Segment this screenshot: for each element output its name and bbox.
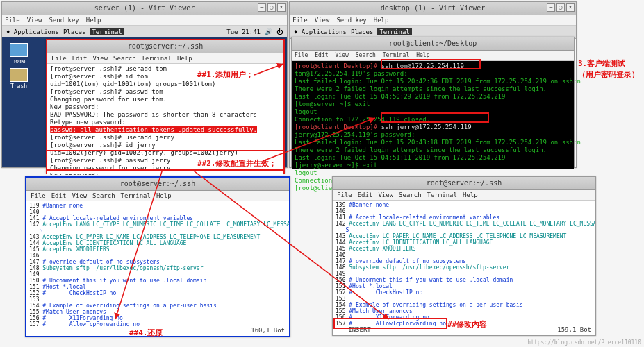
- tm-help[interactable]: Help: [156, 191, 172, 201]
- trash-label: Trash: [10, 83, 27, 90]
- client-terminal: root@client:~/Desktop File Edit View Sea…: [291, 37, 575, 167]
- viewer-menu: File View Send key Help: [290, 15, 576, 26]
- trash-icon[interactable]: Trash: [6, 68, 31, 90]
- tm-terminal[interactable]: Terminal: [121, 191, 151, 201]
- tm-help[interactable]: Help: [463, 190, 478, 200]
- menu-view[interactable]: View: [315, 15, 330, 25]
- vim-status: 160,1 Bot: [26, 327, 289, 336]
- window-title: server (1) - Virt Viewer –▢×: [2, 2, 287, 15]
- tm-view[interactable]: View: [92, 53, 108, 63]
- term-title: root@server:~/.ssh: [333, 177, 595, 190]
- window-controls: –▢×: [258, 3, 286, 12]
- tm-view[interactable]: View: [336, 51, 349, 60]
- tm-file[interactable]: File: [31, 191, 46, 201]
- maximize-icon[interactable]: ▢: [556, 3, 565, 12]
- clock: Tue 21:41: [226, 28, 261, 35]
- menu-file[interactable]: File: [292, 15, 308, 25]
- volume-icon[interactable]: 🔊: [265, 28, 272, 35]
- term-output[interactable]: [root@client Desktop]# ssh tom@172.25.25…: [292, 61, 574, 169]
- title-text: root@server:~/.ssh: [427, 179, 502, 187]
- menu-help[interactable]: Help: [374, 15, 389, 25]
- tm-search[interactable]: Search: [92, 191, 115, 201]
- close-icon[interactable]: ×: [566, 3, 575, 12]
- term-output[interactable]: [root@server .ssh]# useradd tom [root@se…: [47, 64, 283, 175]
- minimize-icon[interactable]: –: [258, 3, 266, 12]
- tm-help[interactable]: Help: [177, 53, 192, 63]
- title-text: server (1) - Virt Viewer: [94, 4, 195, 12]
- window-controls: –▢×: [547, 3, 575, 12]
- tm-terminal[interactable]: Terminal: [383, 51, 410, 60]
- tm-search[interactable]: Search: [399, 190, 422, 200]
- menu-sendkey[interactable]: Send key: [336, 15, 366, 25]
- editor-body[interactable]: 139 #Banner none 140 141 # Accept locale…: [26, 201, 289, 329]
- apps-menu[interactable]: ♦ Applications: [6, 28, 59, 35]
- tm-file[interactable]: File: [295, 51, 308, 60]
- watermark: https://blog.csdn.net/Pierce110110: [527, 339, 641, 346]
- tm-view[interactable]: View: [378, 190, 393, 200]
- editor-body[interactable]: 139 #Banner none 140 141 # Accept locale…: [333, 201, 595, 328]
- menu-sendkey[interactable]: Send key: [49, 15, 79, 25]
- term-title: root@client:~/Desktop: [292, 37, 574, 51]
- tm-edit[interactable]: Edit: [72, 53, 88, 63]
- close-icon[interactable]: ×: [277, 3, 286, 12]
- status-right: 159,1 Bot: [557, 326, 591, 335]
- title-text: root@server:~/.ssh: [128, 42, 203, 50]
- tm-edit[interactable]: Edit: [358, 190, 373, 200]
- places-menu[interactable]: Places: [63, 28, 86, 35]
- sshd-editor-right: root@server:~/.ssh File Edit View Search…: [332, 176, 596, 336]
- tm-terminal[interactable]: Terminal: [142, 53, 172, 63]
- terminal-launcher[interactable]: Terminal: [90, 28, 124, 35]
- minimize-icon[interactable]: –: [547, 3, 555, 12]
- viewer-menu: File View Send key Help: [2, 15, 287, 26]
- home-icon[interactable]: home: [6, 43, 31, 65]
- tm-search[interactable]: Search: [356, 51, 376, 60]
- term-menu: File Edit View Search Terminal Help: [292, 51, 574, 61]
- menu-help[interactable]: Help: [86, 15, 101, 25]
- sshd-editor-left: root@server:~/.ssh File Edit View Search…: [25, 176, 290, 337]
- term-title: root@server:~/.ssh: [26, 178, 289, 191]
- tm-file[interactable]: File: [337, 190, 352, 200]
- terminal-launcher[interactable]: Terminal: [377, 28, 411, 35]
- annot-3: 3.客户端测试: [578, 58, 625, 69]
- server-terminal: root@server:~/.ssh File Edit View Search…: [46, 39, 285, 174]
- vim-status: -- INSERT --159,1 Bot: [333, 326, 595, 335]
- power-icon[interactable]: ⏻: [276, 28, 283, 35]
- tm-file[interactable]: File: [51, 53, 67, 63]
- annot-3b: （用户密码登录）: [578, 69, 639, 80]
- apps-menu[interactable]: ♦ Applications: [294, 28, 347, 35]
- virt-viewer-client: desktop (1) - Virt Viewer –▢× File View …: [289, 1, 577, 168]
- status-right: 160,1 Bot: [251, 327, 285, 336]
- tm-edit[interactable]: Edit: [315, 51, 328, 60]
- window-title: desktop (1) - Virt Viewer –▢×: [290, 2, 576, 15]
- title-text: desktop (1) - Virt Viewer: [381, 4, 486, 12]
- title-text: root@client:~/Desktop: [389, 40, 477, 47]
- term-menu: File Edit View Search Terminal Help: [26, 191, 289, 201]
- tm-help[interactable]: Help: [416, 51, 429, 60]
- places-menu[interactable]: Places: [351, 28, 374, 35]
- tm-terminal[interactable]: Terminal: [427, 190, 457, 200]
- term-menu: File Edit View Search Terminal Help: [333, 190, 595, 201]
- title-text: root@server:~/.ssh: [120, 180, 195, 187]
- home-label: home: [12, 58, 25, 65]
- tm-view[interactable]: View: [72, 191, 87, 201]
- maximize-icon[interactable]: ▢: [267, 3, 276, 12]
- term-menu: File Edit View Search Terminal Help: [47, 53, 283, 64]
- tm-edit[interactable]: Edit: [51, 191, 67, 201]
- menu-file[interactable]: File: [5, 15, 20, 25]
- tm-search[interactable]: Search: [113, 53, 136, 63]
- status-left: -- INSERT --: [337, 326, 382, 335]
- term-title: root@server:~/.ssh: [47, 40, 283, 53]
- menu-view[interactable]: View: [27, 15, 42, 25]
